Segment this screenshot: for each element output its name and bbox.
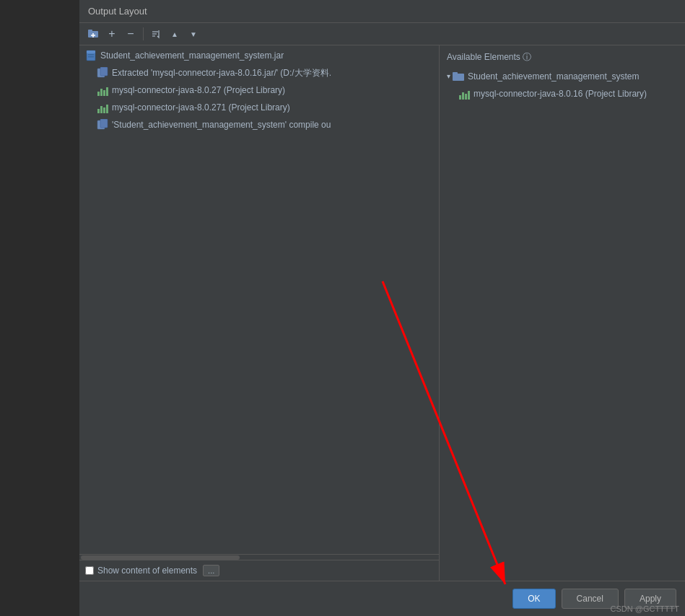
svg-rect-27 <box>465 94 467 100</box>
list-item[interactable]: Student_achievement_management_system.ja… <box>79 47 439 64</box>
svg-rect-22 <box>100 119 108 128</box>
show-content-label: Show content of elements <box>97 566 197 576</box>
svg-rect-16 <box>106 87 108 96</box>
scrollbar-area[interactable] <box>79 554 439 560</box>
list-item[interactable]: mysql-connector-java-8.0.16 (Project Lib… <box>440 85 685 102</box>
dialog-title: Output Layout <box>88 6 147 17</box>
toolbar: + − ▲ ▼ <box>79 23 685 45</box>
lib-027-label: mysql-connector-java-8.0.27 (Project Lib… <box>112 83 285 97</box>
svg-rect-28 <box>468 91 470 100</box>
svg-rect-20 <box>106 105 108 113</box>
left-panel: Student_achievement_management_system.ja… <box>79 45 440 581</box>
svg-rect-18 <box>100 106 102 113</box>
add-folder-button[interactable] <box>85 26 101 42</box>
show-content-input[interactable] <box>85 566 94 575</box>
add-button[interactable]: + <box>104 26 120 42</box>
list-item[interactable]: Extracted 'mysql-connector-java-8.0.16.j… <box>79 64 439 82</box>
library-icon <box>97 84 108 96</box>
svg-rect-14 <box>100 89 102 96</box>
up-icon: ▲ <box>171 30 178 38</box>
add-icon: + <box>108 28 115 40</box>
svg-rect-25 <box>459 95 461 100</box>
folder-icon <box>453 71 464 82</box>
jar-label: Student_achievement_management_system.ja… <box>100 48 284 63</box>
extracted-icon <box>97 67 108 79</box>
project-lib-label: mysql-connector-java-8.0.16 (Project Lib… <box>474 87 647 101</box>
jar-icon <box>85 50 97 61</box>
remove-icon: − <box>127 28 134 40</box>
svg-rect-26 <box>462 92 464 100</box>
list-item[interactable]: mysql-connector-java-8.0.27 (Project Lib… <box>79 82 439 99</box>
remove-button[interactable]: − <box>123 26 139 42</box>
available-elements-header: Available Elements ⓘ <box>440 48 685 68</box>
compile-label: 'Student_achievement_management_system' … <box>112 118 331 132</box>
watermark: CSDN @GCTTTTT <box>611 604 680 613</box>
svg-rect-19 <box>103 107 105 113</box>
svg-rect-10 <box>88 56 94 58</box>
project-root-label: Student_achievement_management_system <box>468 69 639 84</box>
list-item[interactable]: ▾ Student_achievement_management_system <box>440 68 685 85</box>
svg-rect-15 <box>103 90 105 96</box>
dialog-buttons: OK Cancel Apply <box>79 581 685 616</box>
main-content: Student_achievement_management_system.ja… <box>79 45 685 581</box>
right-panel: Available Elements ⓘ ▾ Student_achieveme… <box>440 45 685 581</box>
sort-button[interactable] <box>148 26 164 42</box>
move-up-button[interactable]: ▲ <box>167 26 183 42</box>
library-icon-right <box>458 88 470 100</box>
available-elements-label: Available Elements ⓘ <box>447 51 531 63</box>
svg-rect-13 <box>97 92 100 96</box>
list-item[interactable]: mysql-connector-java-8.0.271 (Project Li… <box>79 99 439 116</box>
svg-rect-8 <box>87 50 95 53</box>
svg-rect-9 <box>88 54 94 56</box>
left-tree-list[interactable]: Student_achievement_management_system.ja… <box>79 45 439 554</box>
more-options-button[interactable]: ... <box>203 565 219 576</box>
svg-rect-24 <box>453 72 458 75</box>
show-content-checkbox[interactable]: Show content of elements <box>85 566 197 576</box>
svg-rect-12 <box>100 67 108 76</box>
ok-button[interactable]: OK <box>512 589 555 609</box>
separator-1 <box>143 27 144 40</box>
extracted-label: Extracted 'mysql-connector-java-8.0.16.j… <box>112 66 331 80</box>
down-icon: ▼ <box>190 30 197 38</box>
svg-rect-1 <box>88 30 92 32</box>
list-item[interactable]: 'Student_achievement_management_system' … <box>79 116 439 133</box>
svg-rect-17 <box>97 109 100 113</box>
chevron-down-icon: ▾ <box>447 69 450 84</box>
dialog-container: Output Layout + − <box>79 0 685 616</box>
move-down-button[interactable]: ▼ <box>186 26 201 42</box>
footer-options: Show content of elements ... <box>79 560 439 581</box>
horizontal-scrollbar[interactable] <box>81 555 240 560</box>
lib-0271-label: mysql-connector-java-8.0.271 (Project Li… <box>112 100 290 115</box>
compile-icon <box>97 119 108 131</box>
dialog-header: Output Layout <box>79 0 685 23</box>
library-icon-2 <box>97 102 108 113</box>
